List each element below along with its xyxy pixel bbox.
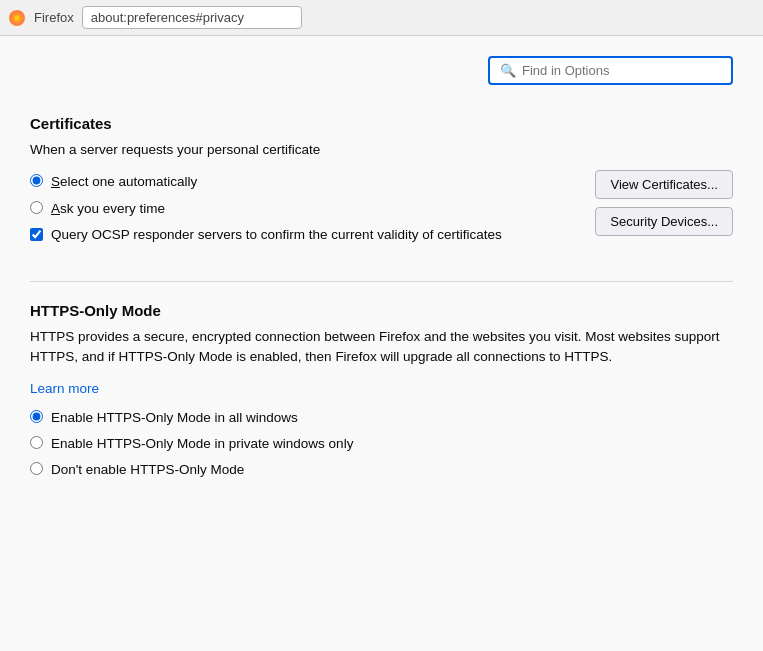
certificates-description: When a server requests your personal cer… bbox=[30, 140, 575, 160]
radio-select-auto: Select one automatically bbox=[30, 172, 575, 192]
learn-more-link[interactable]: Learn more bbox=[30, 381, 99, 396]
checkbox-ocsp-group: Query OCSP responder servers to confirm … bbox=[30, 225, 575, 245]
radio-label-ask[interactable]: Ask you every time bbox=[30, 199, 575, 219]
https-section: HTTPS-Only Mode HTTPS provides a secure,… bbox=[30, 302, 733, 480]
checkbox-ocsp[interactable] bbox=[30, 228, 43, 241]
https-radio-label-all[interactable]: Enable HTTPS-Only Mode in all windows bbox=[30, 408, 733, 428]
https-radio-label-disable[interactable]: Don't enable HTTPS-Only Mode bbox=[30, 460, 733, 480]
address-bar[interactable]: about:preferences#privacy bbox=[82, 6, 302, 29]
search-icon: 🔍 bbox=[500, 63, 516, 78]
browser-chrome: Firefox about:preferences#privacy bbox=[0, 0, 763, 36]
search-box: 🔍 bbox=[488, 56, 733, 85]
certificates-buttons: View Certificates... Security Devices... bbox=[595, 115, 733, 236]
https-description: HTTPS provides a secure, encrypted conne… bbox=[30, 327, 733, 368]
https-radio-disable: Don't enable HTTPS-Only Mode bbox=[30, 460, 733, 480]
certificates-top: Certificates When a server requests your… bbox=[30, 115, 733, 251]
radio-ask-label: Ask you every time bbox=[51, 199, 165, 219]
https-radio-all-input[interactable] bbox=[30, 410, 43, 423]
radio-auto[interactable] bbox=[30, 174, 43, 187]
https-radio-private: Enable HTTPS-Only Mode in private window… bbox=[30, 434, 733, 454]
checkbox-label-ocsp[interactable]: Query OCSP responder servers to confirm … bbox=[30, 225, 575, 245]
radio-auto-label: Select one automatically bbox=[51, 172, 197, 192]
https-radio-label-private[interactable]: Enable HTTPS-Only Mode in private window… bbox=[30, 434, 733, 454]
radio-ask[interactable] bbox=[30, 201, 43, 214]
svg-point-2 bbox=[15, 15, 20, 20]
checkbox-ocsp-label: Query OCSP responder servers to confirm … bbox=[51, 225, 502, 245]
browser-name: Firefox bbox=[34, 10, 74, 25]
https-radio-private-input[interactable] bbox=[30, 436, 43, 449]
certificates-left: Certificates When a server requests your… bbox=[30, 115, 575, 251]
search-input[interactable] bbox=[522, 63, 721, 78]
search-container: 🔍 bbox=[30, 56, 733, 85]
https-radio-private-label: Enable HTTPS-Only Mode in private window… bbox=[51, 434, 353, 454]
preferences-content: 🔍 Certificates When a server requests yo… bbox=[0, 36, 763, 651]
https-title: HTTPS-Only Mode bbox=[30, 302, 733, 319]
firefox-logo bbox=[8, 9, 26, 27]
https-radio-all-label: Enable HTTPS-Only Mode in all windows bbox=[51, 408, 298, 428]
radio-ask-every-time: Ask you every time bbox=[30, 199, 575, 219]
certificates-section: Certificates When a server requests your… bbox=[30, 115, 733, 251]
https-radio-disable-label: Don't enable HTTPS-Only Mode bbox=[51, 460, 244, 480]
https-radio-all: Enable HTTPS-Only Mode in all windows bbox=[30, 408, 733, 428]
view-certificates-button[interactable]: View Certificates... bbox=[595, 170, 733, 199]
https-radio-disable-input[interactable] bbox=[30, 462, 43, 475]
certificates-title: Certificates bbox=[30, 115, 575, 132]
radio-label-auto[interactable]: Select one automatically bbox=[30, 172, 575, 192]
security-devices-button[interactable]: Security Devices... bbox=[595, 207, 733, 236]
section-divider bbox=[30, 281, 733, 282]
